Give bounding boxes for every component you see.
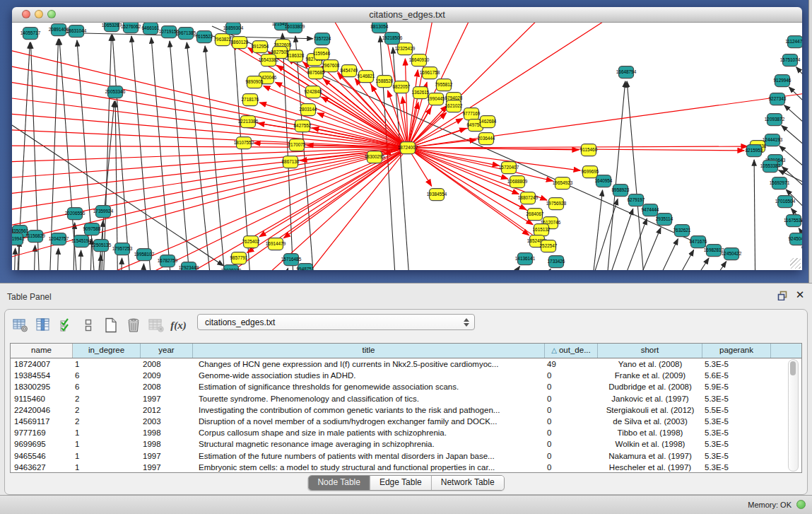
graph-node-label: 6279197	[628, 197, 645, 202]
cell-year: 1998	[141, 438, 193, 450]
column-header-title[interactable]: title	[193, 344, 545, 358]
table-row[interactable]: 946554611997Estimation of the future num…	[11, 450, 801, 462]
graph-node-label: 1159546	[313, 51, 331, 56]
scrollbar-thumb[interactable]	[790, 361, 796, 375]
resize-grip-icon[interactable]	[790, 258, 801, 269]
graph-node-label: 8186328	[287, 53, 305, 58]
graph-node-label: 2718176	[242, 97, 259, 102]
cell-name: 14569117	[11, 416, 73, 427]
tab-network-table[interactable]: Network Table	[431, 476, 504, 490]
graph-node-label: 14136141	[515, 256, 536, 261]
graph-edge	[187, 42, 213, 270]
new-document-icon[interactable]	[101, 316, 120, 334]
stacked-boxes-icon[interactable]	[78, 316, 98, 334]
function-icon[interactable]: f(x)	[169, 316, 188, 334]
table-row[interactable]: 1872400712008Changes of HCN gene express…	[11, 358, 801, 370]
column-header-in_degree[interactable]: in_degree	[73, 344, 141, 358]
graph-node-label: 1640954	[595, 178, 613, 183]
table-row[interactable]: 2242004622012Investigating the contribut…	[11, 404, 801, 416]
cell-title: Genome-wide association studies in ADHD.	[193, 370, 545, 381]
float-panel-icon[interactable]	[777, 291, 789, 300]
cell-pagerank: 5.6E-5	[702, 370, 771, 381]
citation-graph: 1872400779638228860128891295428226059827…	[12, 23, 802, 270]
graph-node-label: 9948751	[297, 267, 314, 270]
network-canvas[interactable]: 1872400779638228860128891295428226059827…	[12, 23, 802, 270]
graph-node-label: 1733426	[548, 259, 565, 264]
table-settings-icon[interactable]	[11, 316, 30, 334]
column-header-out_degree[interactable]: △out_de...	[545, 344, 598, 358]
cell-title: Estimation of the future numbers of pati…	[193, 450, 545, 462]
cell-out_degree: 0	[545, 370, 598, 381]
graph-node-label: 9245042	[789, 236, 802, 241]
cell-in_degree: 1	[73, 427, 141, 438]
check-rows-icon[interactable]	[56, 316, 75, 334]
trash-icon[interactable]	[124, 316, 143, 334]
graph-node-label: 14055717	[20, 30, 41, 35]
cell-short: Tibbo et al. (1998)	[598, 427, 702, 438]
graph-node-label: 18724007	[398, 145, 418, 150]
column-header-year[interactable]: year	[141, 344, 193, 358]
graph-node-label: 10688809	[507, 179, 528, 184]
table-tabs: Node TableEdge TableNetwork Table	[307, 475, 504, 491]
graph-node-label: 8958923	[612, 187, 630, 192]
graph-node-label: 7963822	[214, 37, 232, 42]
graph-node-label: 19756928	[546, 201, 567, 206]
cell-title: Disruption of a novel member of a sodium…	[193, 416, 545, 427]
graph-edge	[599, 209, 633, 270]
cell-in_degree: 2	[73, 404, 141, 416]
table-row[interactable]: 977716911998Corpus callosum shape and si…	[11, 427, 801, 438]
graph-edge	[151, 37, 173, 270]
graph-node-label: 11156829	[25, 233, 45, 238]
cell-short: de Silva et al. (2003)	[598, 416, 702, 427]
table-row[interactable]: 969969511998Structural magnetic resonanc…	[11, 438, 801, 450]
column-header-pagerank[interactable]: pagerank	[702, 344, 771, 358]
vertical-scrollbar[interactable]	[788, 359, 799, 472]
network-window-titlebar[interactable]: citations_edges.txt	[12, 7, 802, 23]
cell-year: 1997	[141, 462, 193, 473]
memory-status-indicator-icon	[796, 500, 806, 509]
graph-node-label: 8860128	[231, 40, 249, 45]
tab-edge-table[interactable]: Edge Table	[370, 476, 431, 490]
table-panel-body: f(x) citations_edges.txt namein_degreeye…	[4, 309, 808, 495]
tab-node-table[interactable]: Node Table	[308, 476, 370, 490]
graph-edge	[408, 146, 748, 148]
table-selector-dropdown[interactable]: citations_edges.txt	[197, 314, 475, 330]
delete-table-icon[interactable]	[146, 316, 165, 334]
table-row[interactable]: 946362711997Embryonic stem cells: a mode…	[11, 462, 801, 473]
graph-node-label: 9146821	[358, 74, 375, 78]
cell-short: Hescheler et al. (1997)	[598, 462, 702, 473]
graph-node-label: 20206556	[65, 211, 86, 216]
table-row[interactable]: 1456911722003Disruption of a novel membe…	[11, 416, 801, 427]
graph-node-label: 8454749	[341, 68, 358, 73]
cell-year: 1997	[141, 450, 193, 462]
graph-node-label: 7615522	[196, 34, 213, 39]
cell-pagerank: 5.3E-5	[702, 462, 771, 473]
cell-pagerank: 5.3E-5	[702, 358, 771, 370]
cell-short: Dudbridge et al. (2008)	[598, 381, 702, 392]
graph-node-label: 19958107	[134, 252, 155, 257]
table-row[interactable]: 911546021997Tourette syndrome. Phenomeno…	[11, 393, 801, 404]
graph-node-label: 9699695	[582, 169, 599, 174]
graph-node-label: 7357224	[314, 36, 331, 41]
graph-node-label: 11545194	[71, 238, 91, 243]
graph-node-label: 12450422	[722, 251, 742, 256]
cell-in_degree: 2	[73, 393, 141, 404]
cell-pagerank: 5.3E-5	[702, 416, 771, 427]
graph-edge	[782, 125, 802, 163]
table-row[interactable]: 1938455462009Genome-wide association stu…	[11, 370, 801, 381]
graph-node-label: 9227343	[769, 96, 787, 101]
table-panel-title: Table Panel	[7, 292, 52, 302]
table-selector-value: citations_edges.txt	[205, 317, 275, 327]
graph-edge	[131, 36, 153, 270]
graph-node-label: 9857791	[230, 255, 248, 260]
column-header-name[interactable]: name	[11, 344, 73, 358]
table-row[interactable]: 1830029562008Estimation of significance …	[11, 381, 801, 392]
column-header-short[interactable]: short	[598, 344, 702, 358]
select-columns-icon[interactable]	[33, 316, 52, 334]
table-toolbar: f(x)	[11, 315, 192, 336]
graph-node-label: 16648794	[616, 69, 637, 74]
close-panel-icon[interactable]: ✕	[794, 289, 806, 300]
graph-edge	[57, 248, 59, 270]
graph-node-label: 2935114	[656, 216, 673, 221]
cell-in_degree: 1	[73, 438, 141, 450]
